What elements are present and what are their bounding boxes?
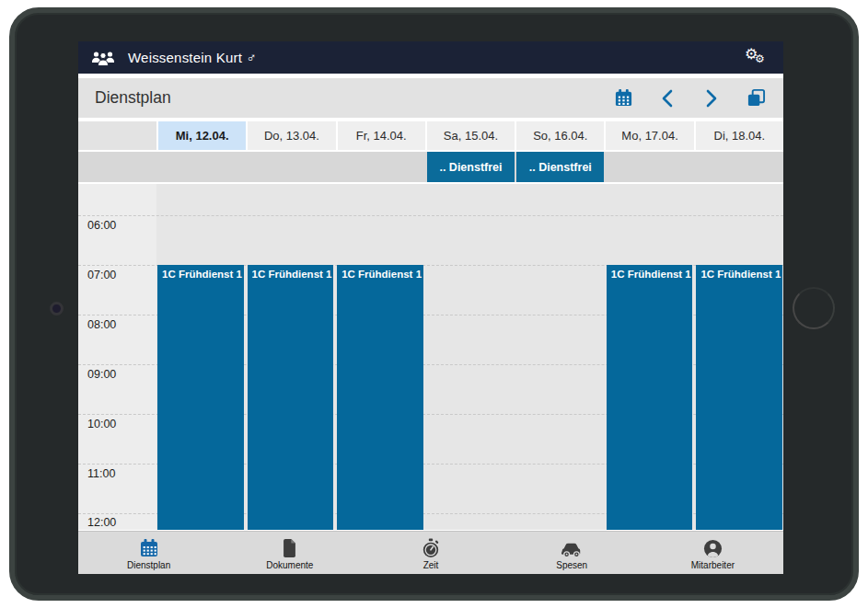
- tab-zeit[interactable]: Zeit: [360, 532, 501, 574]
- tab-dokumente[interactable]: Dokumente: [219, 532, 360, 574]
- allday-event-sa[interactable]: .. Dienstfrei: [427, 152, 515, 182]
- tab-label: Dienstplan: [127, 560, 170, 570]
- tab-label: Mitarbeiter: [691, 560, 735, 570]
- day-header-di[interactable]: Di, 18.04.: [696, 121, 783, 150]
- day-column-di[interactable]: 1C Frühdienst 1: [695, 184, 783, 530]
- chevron-right-icon[interactable]: [700, 87, 723, 109]
- day-header-mi[interactable]: Mi, 12.04.: [158, 121, 246, 150]
- group-icon: [91, 50, 115, 66]
- chevron-left-icon[interactable]: [656, 87, 678, 109]
- day-header-do[interactable]: Do, 13.04.: [248, 121, 335, 150]
- toolbar: Dienstplan: [78, 78, 783, 118]
- tab-label: Zeit: [423, 560, 439, 570]
- shift-event[interactable]: 1C Frühdienst 1: [607, 265, 693, 530]
- day-column-do[interactable]: 1C Frühdienst 1: [247, 184, 335, 530]
- view-title: Dienstplan: [95, 88, 171, 108]
- copy-icon[interactable]: [745, 87, 767, 109]
- tablet-frame: Weissenstein Kurt ♂ ⚙⚙ Dienstplan: [9, 7, 859, 601]
- day-column-sa[interactable]: [426, 184, 515, 530]
- camera-icon: [50, 302, 64, 315]
- day-header-sa[interactable]: Sa, 15.04.: [427, 121, 515, 150]
- gutter-header-cell: [78, 121, 156, 150]
- gears-icon[interactable]: ⚙⚙: [743, 47, 770, 69]
- tab-spesen[interactable]: Spesen: [502, 532, 642, 574]
- document-icon: [279, 538, 301, 558]
- stopwatch-icon: [420, 538, 442, 558]
- day-column-mo[interactable]: 1C Frühdienst 1: [606, 184, 694, 530]
- time-grid: 06:00 07:00 08:00 09:00 10:00 11:00 12:0…: [78, 184, 783, 530]
- tab-dienstplan[interactable]: Dienstplan: [78, 532, 219, 574]
- tab-label: Dokumente: [266, 560, 313, 570]
- shift-event[interactable]: 1C Frühdienst 1: [157, 265, 244, 530]
- person-icon: [701, 538, 723, 558]
- shift-event[interactable]: 1C Frühdienst 1: [248, 265, 334, 530]
- day-column-fr[interactable]: 1C Frühdienst 1: [336, 184, 424, 530]
- day-column-so[interactable]: [515, 184, 604, 530]
- hour-label: 10:00: [87, 418, 116, 430]
- allday-row: .. Dienstfrei .. Dienstfrei: [78, 152, 783, 182]
- hour-label: 07:00: [87, 269, 116, 281]
- hour-label: 08:00: [87, 318, 116, 331]
- hour-label: 09:00: [87, 368, 116, 381]
- calendar-picker-icon[interactable]: [612, 87, 634, 109]
- top-bar: Weissenstein Kurt ♂ ⚙⚙: [78, 41, 783, 74]
- allday-event-so[interactable]: .. Dienstfrei: [516, 152, 604, 182]
- app-screen: Weissenstein Kurt ♂ ⚙⚙ Dienstplan: [78, 41, 783, 574]
- tab-mitarbeiter[interactable]: Mitarbeiter: [642, 532, 783, 574]
- tab-label: Spesen: [556, 560, 587, 570]
- calendar-icon: [138, 538, 160, 558]
- day-header-mo[interactable]: Mo, 17.04.: [606, 121, 693, 150]
- day-header-so[interactable]: So, 16.04.: [516, 121, 604, 150]
- day-header-fr[interactable]: Fr, 14.04.: [338, 121, 425, 150]
- page-title-user: Weissenstein Kurt ♂: [128, 50, 257, 65]
- day-header-row: Mi, 12.04. Do, 13.04. Fr, 14.04. Sa, 15.…: [78, 121, 783, 150]
- day-column-mi[interactable]: 1C Frühdienst 1: [156, 184, 245, 530]
- home-button[interactable]: [793, 287, 835, 329]
- hour-label: 11:00: [87, 467, 115, 480]
- car-icon: [561, 538, 583, 558]
- hour-label: 12:00: [87, 516, 116, 529]
- tab-bar: Dienstplan Dokumente: [78, 531, 783, 574]
- shift-event[interactable]: 1C Frühdienst 1: [337, 265, 423, 530]
- hour-label: 06:00: [87, 219, 116, 232]
- shift-event[interactable]: 1C Frühdienst 1: [696, 265, 782, 530]
